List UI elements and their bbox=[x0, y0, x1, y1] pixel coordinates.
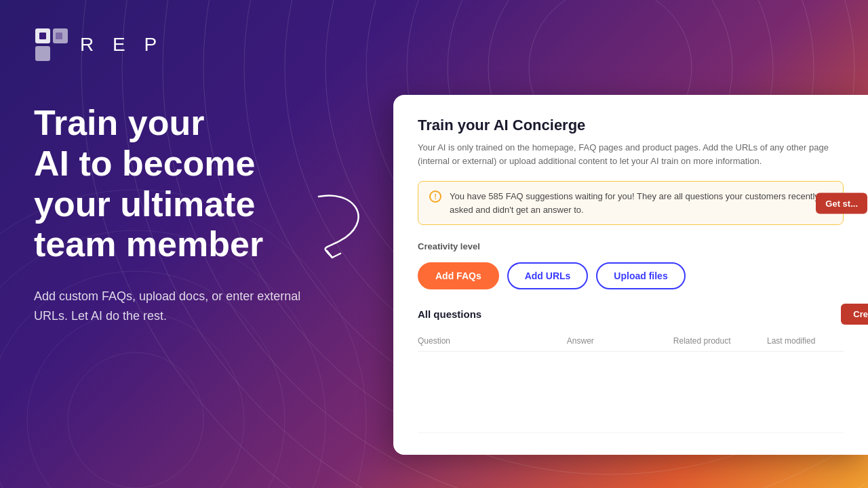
card-description: Your AI is only trained on the homepage,… bbox=[418, 141, 844, 167]
col-header-question: Question bbox=[418, 331, 567, 352]
faq-suggestion-banner: ! You have 585 FAQ suggestions waiting f… bbox=[418, 181, 844, 225]
main-card: Train your AI Concierge Your AI is only … bbox=[393, 95, 868, 455]
table-empty-state bbox=[418, 352, 844, 433]
get-started-button[interactable]: Get st... bbox=[816, 192, 867, 214]
all-questions-label: All questions bbox=[418, 308, 481, 320]
create-button[interactable]: Crea... bbox=[841, 304, 868, 325]
tab-buttons-group: Add FAQs Add URLs Upload files bbox=[418, 262, 844, 289]
svg-rect-21 bbox=[56, 33, 62, 39]
logo-icon bbox=[34, 27, 69, 62]
logo-text: R E P bbox=[80, 34, 163, 56]
svg-rect-19 bbox=[35, 46, 50, 61]
col-header-related-product: Related product bbox=[673, 331, 767, 352]
tab-upload-files[interactable]: Upload files bbox=[596, 262, 685, 289]
info-icon: ! bbox=[429, 190, 441, 203]
creativity-label: Creativity level bbox=[418, 241, 844, 251]
questions-header: All questions Crea... bbox=[418, 308, 844, 320]
sub-text: Add custom FAQs, upload docs, or enter e… bbox=[34, 287, 319, 326]
arrow-decoration bbox=[298, 183, 393, 278]
faq-banner-text: You have 585 FAQ suggestions waiting for… bbox=[450, 190, 832, 216]
col-header-last-modified: Last modified bbox=[767, 331, 844, 352]
col-header-answer: Answer bbox=[567, 331, 673, 352]
questions-table: Question Answer Related product Last mod… bbox=[418, 331, 844, 433]
tab-add-faqs[interactable]: Add FAQs bbox=[418, 262, 499, 289]
svg-rect-20 bbox=[39, 33, 46, 39]
tab-add-urls[interactable]: Add URLs bbox=[507, 262, 589, 289]
logo-area: R E P bbox=[34, 27, 359, 62]
card-title: Train your AI Concierge bbox=[418, 117, 844, 134]
